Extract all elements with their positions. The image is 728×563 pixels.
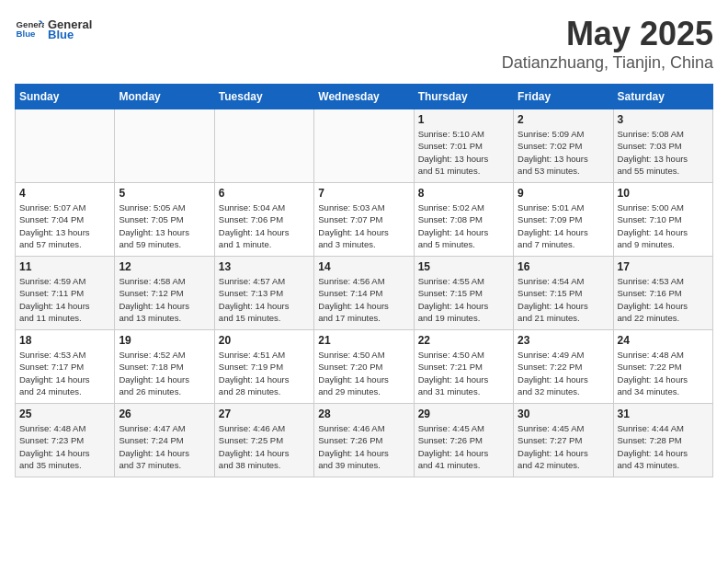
calendar-cell: 25Sunrise: 4:48 AM Sunset: 7:23 PM Dayli… (16, 404, 115, 477)
week-row-1: 1Sunrise: 5:10 AM Sunset: 7:01 PM Daylig… (16, 109, 713, 183)
day-info: Sunrise: 4:50 AM Sunset: 7:20 PM Dayligh… (318, 349, 409, 397)
day-number: 12 (119, 260, 210, 273)
day-info: Sunrise: 4:56 AM Sunset: 7:14 PM Dayligh… (318, 275, 409, 324)
calendar-cell: 12Sunrise: 4:58 AM Sunset: 7:12 PM Dayli… (115, 257, 214, 330)
day-number: 26 (119, 408, 210, 420)
calendar-cell: 1Sunrise: 5:10 AM Sunset: 7:01 PM Daylig… (414, 109, 513, 183)
calendar-cell: 2Sunrise: 5:09 AM Sunset: 7:02 PM Daylig… (514, 109, 613, 183)
day-info: Sunrise: 4:45 AM Sunset: 7:26 PM Dayligh… (418, 422, 509, 471)
calendar-cell: 14Sunrise: 4:56 AM Sunset: 7:14 PM Dayli… (314, 257, 414, 330)
header-wednesday: Wednesday (314, 85, 414, 109)
logo: General Blue General Blue (15, 15, 92, 44)
header-sunday: Sunday (16, 85, 115, 109)
header-row: SundayMondayTuesdayWednesdayThursdayFrid… (16, 85, 713, 109)
day-number: 18 (19, 334, 110, 347)
day-info: Sunrise: 4:54 AM Sunset: 7:15 PM Dayligh… (518, 275, 609, 324)
calendar-cell: 5Sunrise: 5:05 AM Sunset: 7:05 PM Daylig… (115, 183, 214, 257)
calendar-cell: 11Sunrise: 4:59 AM Sunset: 7:11 PM Dayli… (16, 257, 115, 330)
day-number: 28 (318, 408, 409, 420)
day-number: 2 (518, 113, 609, 126)
day-info: Sunrise: 4:48 AM Sunset: 7:23 PM Dayligh… (19, 422, 110, 471)
calendar-cell: 20Sunrise: 4:51 AM Sunset: 7:19 PM Dayli… (214, 330, 313, 404)
day-number: 17 (618, 260, 709, 273)
calendar-cell (314, 109, 414, 183)
day-info: Sunrise: 5:08 AM Sunset: 7:03 PM Dayligh… (618, 128, 709, 177)
day-number: 9 (518, 187, 609, 200)
title-block: May 2025 Datianzhuang, Tianjin, China (502, 15, 713, 73)
day-number: 15 (418, 260, 509, 273)
day-number: 30 (518, 408, 609, 420)
calendar-cell: 13Sunrise: 4:57 AM Sunset: 7:13 PM Dayli… (214, 257, 313, 330)
day-number: 3 (618, 113, 709, 126)
calendar-cell: 26Sunrise: 4:47 AM Sunset: 7:24 PM Dayli… (115, 404, 214, 477)
day-info: Sunrise: 4:52 AM Sunset: 7:18 PM Dayligh… (119, 349, 210, 397)
day-info: Sunrise: 4:44 AM Sunset: 7:28 PM Dayligh… (618, 422, 709, 471)
day-number: 27 (219, 408, 310, 420)
day-info: Sunrise: 5:03 AM Sunset: 7:07 PM Dayligh… (318, 201, 409, 250)
calendar-cell: 27Sunrise: 4:46 AM Sunset: 7:25 PM Dayli… (214, 404, 313, 477)
location-subtitle: Datianzhuang, Tianjin, China (502, 53, 713, 73)
logo-icon: General Blue (15, 15, 44, 44)
calendar-cell (16, 109, 115, 183)
calendar-cell: 28Sunrise: 4:46 AM Sunset: 7:26 PM Dayli… (314, 404, 414, 477)
day-number: 16 (518, 260, 609, 273)
day-info: Sunrise: 5:10 AM Sunset: 7:01 PM Dayligh… (418, 128, 509, 177)
day-number: 13 (219, 260, 310, 273)
calendar-cell: 8Sunrise: 5:02 AM Sunset: 7:08 PM Daylig… (414, 183, 513, 257)
calendar-cell: 29Sunrise: 4:45 AM Sunset: 7:26 PM Dayli… (414, 404, 513, 477)
day-info: Sunrise: 4:53 AM Sunset: 7:17 PM Dayligh… (19, 349, 110, 397)
calendar-cell: 23Sunrise: 4:49 AM Sunset: 7:22 PM Dayli… (514, 330, 613, 404)
day-info: Sunrise: 4:57 AM Sunset: 7:13 PM Dayligh… (219, 275, 310, 324)
day-number: 23 (518, 334, 609, 347)
day-number: 7 (318, 187, 409, 200)
calendar-cell: 22Sunrise: 4:50 AM Sunset: 7:21 PM Dayli… (414, 330, 513, 404)
header-saturday: Saturday (613, 85, 712, 109)
calendar-cell: 6Sunrise: 5:04 AM Sunset: 7:06 PM Daylig… (214, 183, 313, 257)
week-row-5: 25Sunrise: 4:48 AM Sunset: 7:23 PM Dayli… (16, 404, 713, 477)
day-number: 5 (119, 187, 210, 200)
day-info: Sunrise: 4:49 AM Sunset: 7:22 PM Dayligh… (518, 349, 609, 397)
calendar-cell: 19Sunrise: 4:52 AM Sunset: 7:18 PM Dayli… (115, 330, 214, 404)
day-number: 11 (19, 260, 110, 273)
day-info: Sunrise: 5:02 AM Sunset: 7:08 PM Dayligh… (418, 201, 509, 250)
calendar-cell: 21Sunrise: 4:50 AM Sunset: 7:20 PM Dayli… (314, 330, 414, 404)
calendar-cell: 24Sunrise: 4:48 AM Sunset: 7:22 PM Dayli… (613, 330, 712, 404)
page-header: General Blue General Blue May 2025 Datia… (15, 15, 713, 73)
day-info: Sunrise: 4:55 AM Sunset: 7:15 PM Dayligh… (418, 275, 509, 324)
calendar-cell: 31Sunrise: 4:44 AM Sunset: 7:28 PM Dayli… (613, 404, 712, 477)
calendar-cell (214, 109, 313, 183)
day-info: Sunrise: 4:50 AM Sunset: 7:21 PM Dayligh… (418, 349, 509, 397)
week-row-2: 4Sunrise: 5:07 AM Sunset: 7:04 PM Daylig… (16, 183, 713, 257)
day-info: Sunrise: 5:09 AM Sunset: 7:02 PM Dayligh… (518, 128, 609, 177)
day-number: 19 (119, 334, 210, 347)
calendar-header: SundayMondayTuesdayWednesdayThursdayFrid… (16, 85, 713, 109)
day-info: Sunrise: 5:00 AM Sunset: 7:10 PM Dayligh… (618, 201, 709, 250)
calendar-cell: 30Sunrise: 4:45 AM Sunset: 7:27 PM Dayli… (514, 404, 613, 477)
day-number: 4 (19, 187, 110, 200)
day-info: Sunrise: 4:47 AM Sunset: 7:24 PM Dayligh… (119, 422, 210, 471)
day-number: 24 (618, 334, 709, 347)
calendar-cell: 3Sunrise: 5:08 AM Sunset: 7:03 PM Daylig… (613, 109, 712, 183)
month-year-title: May 2025 (502, 15, 713, 53)
day-info: Sunrise: 5:01 AM Sunset: 7:09 PM Dayligh… (518, 201, 609, 250)
calendar-cell: 7Sunrise: 5:03 AM Sunset: 7:07 PM Daylig… (314, 183, 414, 257)
week-row-3: 11Sunrise: 4:59 AM Sunset: 7:11 PM Dayli… (16, 257, 713, 330)
calendar-cell: 15Sunrise: 4:55 AM Sunset: 7:15 PM Dayli… (414, 257, 513, 330)
calendar-cell: 17Sunrise: 4:53 AM Sunset: 7:16 PM Dayli… (613, 257, 712, 330)
day-info: Sunrise: 5:05 AM Sunset: 7:05 PM Dayligh… (119, 201, 210, 250)
day-info: Sunrise: 4:59 AM Sunset: 7:11 PM Dayligh… (19, 275, 110, 324)
day-info: Sunrise: 4:48 AM Sunset: 7:22 PM Dayligh… (618, 349, 709, 397)
day-number: 1 (418, 113, 509, 126)
day-number: 25 (19, 408, 110, 420)
day-info: Sunrise: 4:46 AM Sunset: 7:25 PM Dayligh… (219, 422, 310, 471)
day-number: 21 (318, 334, 409, 347)
day-number: 6 (219, 187, 310, 200)
day-number: 31 (618, 408, 709, 420)
header-tuesday: Tuesday (214, 85, 313, 109)
header-monday: Monday (115, 85, 214, 109)
day-info: Sunrise: 4:51 AM Sunset: 7:19 PM Dayligh… (219, 349, 310, 397)
day-number: 22 (418, 334, 509, 347)
day-info: Sunrise: 4:45 AM Sunset: 7:27 PM Dayligh… (518, 422, 609, 471)
day-number: 29 (418, 408, 509, 420)
day-number: 14 (318, 260, 409, 273)
